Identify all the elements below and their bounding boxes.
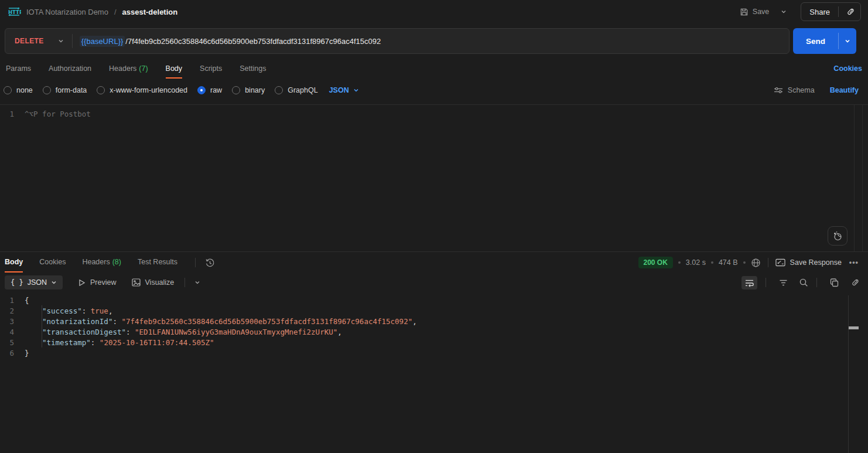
tab-body[interactable]: Body xyxy=(166,61,183,79)
filter-button[interactable] xyxy=(779,279,788,287)
response-tab-body[interactable]: Body xyxy=(5,253,23,273)
postbot-icon xyxy=(832,231,843,241)
tab-settings[interactable]: Settings xyxy=(240,61,266,79)
tab-scripts[interactable]: Scripts xyxy=(200,61,222,79)
response-scroll-thumb[interactable] xyxy=(849,326,859,329)
body-type-row: noneform-datax-www-form-urlencodedrawbin… xyxy=(0,81,868,100)
code-line-number: 1 xyxy=(0,296,25,305)
body-type-label: raw xyxy=(210,86,222,94)
body-type-binary[interactable]: binary xyxy=(232,86,265,94)
editor-scroll-track-outer[interactable] xyxy=(862,105,863,251)
beautify-button[interactable]: Beautify xyxy=(830,86,859,94)
tab-authorization[interactable]: Authorization xyxy=(49,61,91,79)
code-line: 1{ xyxy=(0,295,868,305)
response-tab-test-results[interactable]: Test Results xyxy=(138,253,177,273)
url-input[interactable]: {{baseURL}} /7f4feb9cb2560c358846c6d56b5… xyxy=(73,36,789,47)
history-icon xyxy=(205,258,215,268)
app-window: HTTP IOTA Notarization Demo / assest-del… xyxy=(0,0,868,453)
postbot-button[interactable] xyxy=(828,226,848,246)
copy-icon xyxy=(830,278,839,287)
response-time[interactable]: 3.02 s xyxy=(686,258,706,267)
response-headers-label: Headers xyxy=(82,258,110,266)
preview-button[interactable]: Preview xyxy=(78,278,116,287)
code-line-content: "notarizationId": "7f4feb9cb2560c358846c… xyxy=(25,317,417,326)
network-info-button[interactable] xyxy=(751,258,761,268)
globe-icon xyxy=(751,258,761,268)
base-url-variable[interactable]: {{baseURL}} xyxy=(80,36,125,47)
visualize-button[interactable]: Visualize xyxy=(132,278,175,287)
response-tabs-divider xyxy=(195,258,196,267)
radio-icon[interactable] xyxy=(4,86,12,94)
response-tab-cookies[interactable]: Cookies xyxy=(39,253,66,273)
share-button[interactable]: Share xyxy=(801,8,838,16)
response-code[interactable]: 1{2"success": true,3"notarizationId": "7… xyxy=(0,292,868,453)
save-response-button[interactable]: Save Response xyxy=(775,258,842,267)
tab-headers[interactable]: Headers(7) xyxy=(109,61,148,79)
request-body-editor[interactable]: 1 ^⌥P for Postbot xyxy=(0,104,868,252)
request-tabs: Params Authorization Headers(7) Body Scr… xyxy=(0,61,868,79)
tab-headers-label: Headers xyxy=(109,64,136,73)
copy-link-button[interactable] xyxy=(850,278,859,287)
send-button[interactable]: Send xyxy=(793,28,838,54)
save-response-icon xyxy=(775,258,785,267)
cookies-link[interactable]: Cookies xyxy=(833,64,862,75)
code-line-content: "timestamp": "2025-10-16T11:07:44.505Z" xyxy=(25,338,214,347)
response-history-button[interactable] xyxy=(205,258,215,268)
body-type-options: noneform-datax-www-form-urlencodedrawbin… xyxy=(4,86,328,94)
image-icon xyxy=(132,278,141,287)
response-tab-headers[interactable]: Headers(8) xyxy=(82,253,121,273)
radio-selected-icon[interactable] xyxy=(197,86,206,94)
code-line-number: 5 xyxy=(0,338,25,347)
response-format-select[interactable]: { } JSON xyxy=(5,275,63,289)
meta-dot xyxy=(678,261,681,264)
copy-button[interactable] xyxy=(830,278,839,287)
response-scroll-track[interactable] xyxy=(848,295,849,453)
breadcrumb-request-name[interactable]: assest-deletion xyxy=(122,8,178,16)
search-button[interactable] xyxy=(799,278,808,287)
save-options-chevron[interactable] xyxy=(776,5,791,18)
sliders-icon xyxy=(774,86,783,94)
visualize-options-chevron[interactable] xyxy=(194,280,200,285)
breadcrumb-collection[interactable]: IOTA Notarization Demo xyxy=(26,8,108,16)
visualize-label: Visualize xyxy=(145,278,175,287)
body-type-x-www-form-urlencoded[interactable]: x-www-form-urlencoded xyxy=(97,86,187,94)
braces-icon: { } xyxy=(11,278,23,287)
raw-language-select[interactable]: JSON xyxy=(329,86,359,94)
body-type-raw[interactable]: raw xyxy=(197,86,222,94)
method-selector[interactable]: DELETE xyxy=(5,29,72,53)
save-button[interactable]: Save xyxy=(736,4,773,20)
response-size[interactable]: 474 B xyxy=(719,258,738,267)
body-type-GraphQL[interactable]: GraphQL xyxy=(275,86,317,94)
body-options-right: Schema Beautify xyxy=(774,86,859,94)
response-format-label: JSON xyxy=(28,278,47,287)
body-type-none[interactable]: none xyxy=(4,86,33,94)
status-badge[interactable]: 200 OK xyxy=(638,257,673,268)
code-line: 3"notarizationId": "7f4feb9cb2560c358846… xyxy=(0,316,868,326)
radio-icon[interactable] xyxy=(275,86,283,94)
tab-params[interactable]: Params xyxy=(6,61,31,79)
code-line-content: "transactionDigest": "ED1LFAN1UNw56iyyG3… xyxy=(25,328,342,336)
copy-link-button[interactable] xyxy=(839,8,860,16)
radio-icon[interactable] xyxy=(232,86,240,94)
share-button-group: Share xyxy=(801,2,861,21)
link-icon xyxy=(845,8,854,16)
schema-label: Schema xyxy=(788,86,815,94)
toolbar-right-divider xyxy=(816,278,817,287)
word-wrap-toggle[interactable] xyxy=(741,276,757,289)
response-more-button[interactable]: ••• xyxy=(849,258,859,267)
radio-icon[interactable] xyxy=(43,86,51,94)
code-line: 6} xyxy=(0,348,868,358)
body-type-label: binary xyxy=(245,86,265,94)
response-meta: 200 OK 3.02 s 474 B xyxy=(638,257,859,268)
schema-button[interactable]: Schema xyxy=(774,86,815,94)
editor-scroll-track[interactable] xyxy=(854,105,855,251)
request-url-row: DELETE {{baseURL}} /7f4feb9cb2560c358846… xyxy=(0,28,868,54)
radio-icon[interactable] xyxy=(97,86,105,94)
response-panel: Body Cookies Headers(8) Test Results 200… xyxy=(0,253,868,453)
send-options-chevron[interactable] xyxy=(839,28,856,54)
url-path: /7f4feb9cb2560c358846c6d56b5900eb753fdfa… xyxy=(125,37,381,46)
code-line-content: "success": true, xyxy=(25,306,112,315)
body-type-form-data[interactable]: form-data xyxy=(43,86,87,94)
response-headers-count: (8) xyxy=(112,258,121,266)
breadcrumb-separator: / xyxy=(114,8,117,16)
